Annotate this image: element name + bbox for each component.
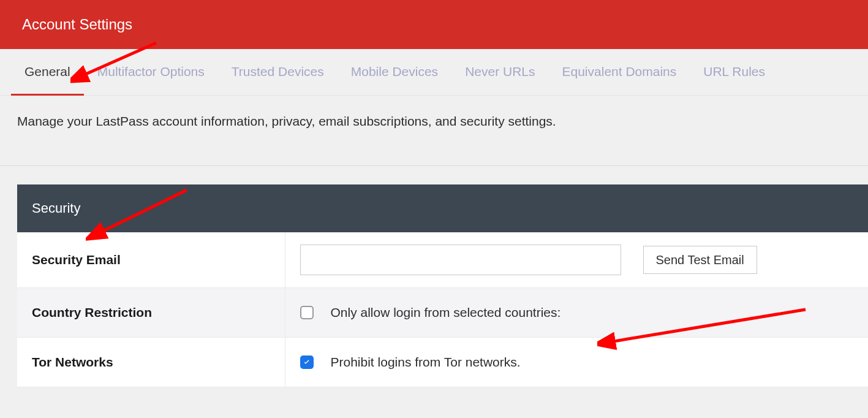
value-country-restriction: Only allow login from selected countries… (285, 288, 868, 338)
row-country-restriction: Country Restriction Only allow login fro… (17, 288, 868, 338)
tab-general[interactable]: General (11, 50, 84, 96)
country-restriction-checkbox[interactable] (300, 306, 314, 319)
tor-networks-checkbox[interactable] (300, 355, 314, 369)
send-test-email-button[interactable]: Send Test Email (643, 246, 757, 274)
label-tor-networks: Tor Networks (17, 338, 285, 387)
section-header-security: Security (17, 184, 868, 232)
content-area: Security Security Email Send Test Email … (0, 166, 868, 387)
value-tor-networks: Prohibit logins from Tor networks. (285, 338, 868, 387)
section-title: Security (32, 200, 80, 216)
tab-equivalent-domains[interactable]: Equivalent Domains (549, 50, 690, 96)
page-title: Account Settings (22, 16, 132, 32)
label-country-restriction: Country Restriction (17, 288, 285, 338)
tor-networks-checkbox-label: Prohibit logins from Tor networks. (331, 355, 521, 370)
tab-description: Manage your LastPass account information… (0, 96, 868, 166)
tab-multifactor-options[interactable]: Multifactor Options (84, 50, 218, 96)
security-email-input[interactable] (300, 245, 621, 275)
tab-never-urls[interactable]: Never URLs (451, 50, 548, 96)
value-security-email: Send Test Email (285, 232, 868, 288)
row-tor-networks: Tor Networks Prohibit logins from Tor ne… (17, 338, 868, 387)
page-header: Account Settings (0, 0, 868, 49)
settings-table: Security Email Send Test Email Country R… (17, 232, 868, 387)
tabs-bar: General Multifactor Options Trusted Devi… (0, 49, 868, 96)
check-icon (302, 357, 312, 367)
tab-trusted-devices[interactable]: Trusted Devices (218, 50, 338, 96)
tab-url-rules[interactable]: URL Rules (690, 50, 779, 96)
row-security-email: Security Email Send Test Email (17, 232, 868, 288)
label-security-email: Security Email (17, 232, 285, 288)
country-restriction-checkbox-label: Only allow login from selected countries… (331, 305, 561, 320)
tab-mobile-devices[interactable]: Mobile Devices (338, 50, 451, 96)
